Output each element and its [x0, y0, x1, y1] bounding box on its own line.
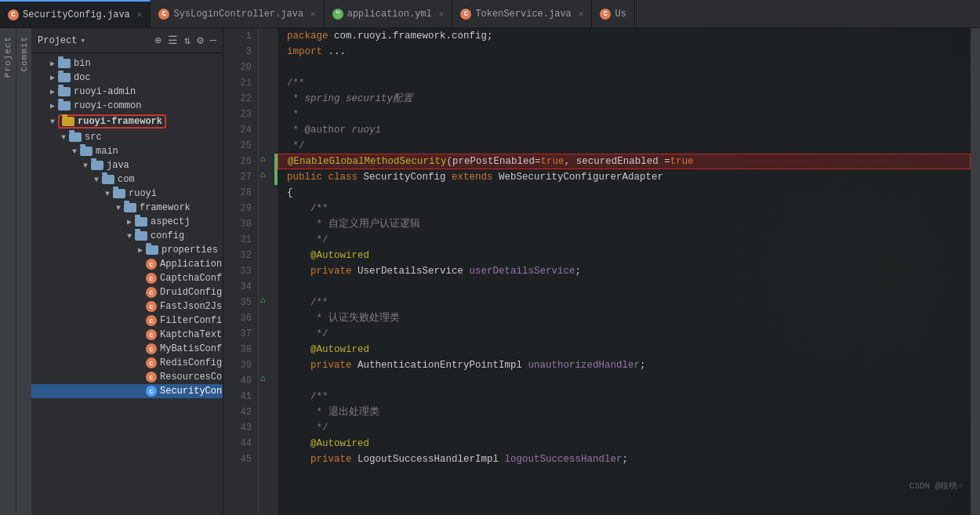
ln-21: 21	[223, 75, 252, 91]
main-area: Project Commit Project ▾ ⊕ ☰ ⇅ ⚙ —	[0, 28, 980, 515]
ln-22: 22	[223, 91, 252, 107]
gutter-icon-27: ♺	[260, 169, 266, 180]
code-line-38: @Autowired	[278, 342, 971, 357]
arrow-framework-sub: ▼	[113, 204, 124, 212]
tab-label-security: SecurityConfig.java	[23, 9, 130, 20]
tree-item-mybatis[interactable]: ▶ C MyBatisConfig	[31, 342, 223, 356]
code-line-22: * spring security配置	[278, 91, 971, 107]
close-icon[interactable]: —	[210, 34, 216, 47]
tab-application[interactable]: 🍃 application.yml ✕	[325, 0, 453, 27]
label-securityconfig: SecurityConfig	[160, 386, 223, 397]
tree-item-aspectj[interactable]: ▶ aspectj	[31, 215, 223, 229]
gutter-area: ♺ ♺ ♺ ♺	[259, 28, 274, 515]
ln-3: 3	[223, 44, 252, 60]
file-icon-mybatis: C	[146, 343, 157, 354]
tree-item-fastjson[interactable]: ▶ C FastJson2JsonRe	[31, 299, 223, 314]
tab-close-syslogin[interactable]: ✕	[310, 9, 316, 19]
label-java: java	[107, 160, 129, 171]
tree-item-resources[interactable]: ▶ C ResourcesConfig	[31, 370, 223, 384]
sort-icon[interactable]: ⇅	[184, 34, 191, 47]
code-line-32: @Autowired	[278, 248, 971, 263]
label-applicationconf: ApplicationConf	[160, 259, 223, 270]
label-fastjson: FastJson2JsonRe	[160, 301, 223, 312]
tree-item-com[interactable]: ▼ com	[31, 172, 223, 187]
ln-20: 20	[223, 60, 252, 75]
folder-icon-bin	[58, 59, 71, 68]
ln-25: 25	[223, 138, 252, 154]
tab-label-syslogin: SysLoginController.java	[173, 9, 303, 20]
ln-43: 43	[223, 420, 252, 436]
tab-label-token: TokenService.java	[475, 9, 571, 20]
ln-27: 27	[223, 169, 252, 185]
code-line-26: @EnableGlobalMethodSecurity(prePostEnabl…	[278, 154, 971, 169]
arrow-config: ▼	[124, 232, 135, 241]
folder-icon-config	[135, 231, 147, 241]
arrow-ruoyi: ▼	[102, 190, 113, 198]
label-ruoyi: ruoyi	[129, 188, 157, 199]
label-framework: ruoyi-framework	[78, 116, 162, 127]
tree-item-securityconfig[interactable]: ▶ C SecurityConfig	[31, 384, 223, 398]
tree-item-properties[interactable]: ▶ properties	[31, 243, 223, 257]
tree-item-framework[interactable]: ▼ ruoyi-framework	[31, 113, 223, 130]
label-config: config	[151, 230, 184, 241]
tab-close-token[interactable]: ✕	[579, 9, 584, 19]
tab-us[interactable]: C Us	[592, 0, 634, 27]
tree-item-redisconfig[interactable]: ▶ C RedisConfig	[31, 356, 223, 370]
ln-45: 45	[223, 452, 252, 467]
code-line-37: */	[278, 326, 971, 342]
tree-item-admin[interactable]: ▶ ruoyi-admin	[31, 85, 223, 99]
tree-item-applicationconf[interactable]: ▶ C ApplicationConf	[31, 257, 223, 271]
tab-icon-token: C	[460, 9, 471, 20]
tree-item-ruoyi[interactable]: ▼ ruoyi	[31, 187, 223, 201]
tree-item-captchaconfig[interactable]: ▶ C CaptchaConfig	[31, 271, 223, 285]
tree-item-druidconfig[interactable]: ▶ C DruidConfig	[31, 285, 223, 299]
sync-icon[interactable]: ⊕	[154, 34, 161, 47]
arrow-main: ▼	[69, 147, 80, 156]
code-line-23: *	[278, 107, 971, 122]
ln-42: 42	[223, 404, 252, 420]
tree-item-common[interactable]: ▶ ruoyi-common	[31, 99, 223, 113]
tree-item-java[interactable]: ▼ java	[31, 158, 223, 172]
sidebar-wrapper: Project Commit Project ▾ ⊕ ☰ ⇅ ⚙ —	[0, 28, 223, 515]
label-src: src	[85, 132, 102, 143]
sidebar-title: Project ▾	[38, 35, 85, 46]
tree-item-framework-sub[interactable]: ▼ framework	[31, 201, 223, 215]
gutter-icon-26: ♺	[260, 154, 266, 164]
tab-icon-syslogin: C	[158, 9, 169, 20]
label-mybatis: MyBatisConfig	[160, 343, 223, 354]
file-icon-resources: C	[146, 372, 157, 383]
tree-item-config[interactable]: ▼ config	[31, 229, 223, 243]
file-icon-redisconfig: C	[146, 357, 157, 368]
sidebar-dropdown-icon[interactable]: ▾	[80, 35, 85, 45]
folder-icon-aspectj	[135, 217, 147, 227]
folder-icon-properties	[146, 245, 158, 255]
code-line-1: package com.ruoyi.framework.config;	[278, 28, 971, 44]
folder-icon-framework	[62, 117, 74, 126]
tab-token[interactable]: C TokenService.java ✕	[452, 0, 592, 27]
tab-security-config[interactable]: C SecurityConfig.java ✕	[0, 0, 151, 27]
tab-close-application[interactable]: ✕	[439, 9, 445, 19]
arrow-doc: ▶	[47, 73, 58, 82]
tree-item-filterconfig[interactable]: ▶ C FilterConfig	[31, 314, 223, 328]
tree-item-src[interactable]: ▼ src	[31, 130, 223, 144]
code-line-30: * 自定义用户认证逻辑	[278, 216, 971, 232]
tree-item-main[interactable]: ▼ main	[31, 144, 223, 158]
tab-icon-us: C	[600, 9, 611, 20]
tree-item-doc[interactable]: ▶ doc	[31, 71, 223, 85]
arrow-aspectj: ▶	[124, 217, 135, 227]
code-line-25: */	[278, 138, 971, 154]
tab-close-security[interactable]: ✕	[137, 9, 143, 20]
label-kaptcha: KaptchaTextCrea	[160, 329, 223, 340]
tree-item-bin[interactable]: ▶ bin	[31, 56, 223, 71]
settings-icon[interactable]: ⚙	[197, 34, 203, 47]
ln-34: 34	[223, 279, 252, 295]
tab-syslogin[interactable]: C SysLoginController.java ✕	[151, 0, 324, 27]
code-line-44: @Autowired	[278, 436, 971, 452]
project-strip-label: Project	[3, 36, 13, 78]
folder-icon-src	[69, 132, 82, 142]
tree-item-kaptcha[interactable]: ▶ C KaptchaTextCrea	[31, 328, 223, 342]
collapse-icon[interactable]: ☰	[168, 34, 178, 47]
label-aspectj: aspectj	[151, 216, 190, 227]
scrollbar[interactable]	[971, 28, 980, 515]
code-content[interactable]: package com.ruoyi.framework.config; impo…	[278, 28, 971, 515]
